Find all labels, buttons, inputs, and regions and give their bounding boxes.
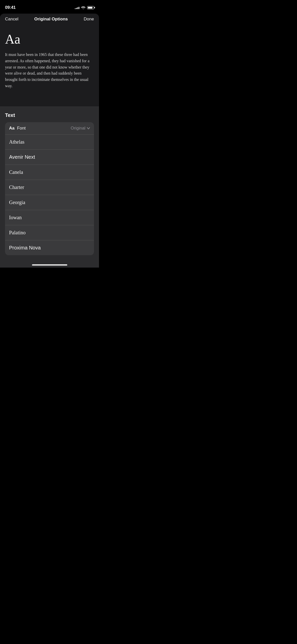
- font-list-item[interactable]: Georgia: [5, 195, 94, 210]
- home-indicator: [5, 261, 94, 268]
- font-list-container: Aa Font Original AthelasAvenir NextCanel…: [5, 122, 94, 255]
- font-list: AthelasAvenir NextCanelaCharterGeorgiaIo…: [5, 135, 94, 255]
- home-bar: [32, 264, 67, 266]
- font-item-name: Charter: [9, 184, 24, 190]
- font-header-aa: Aa: [9, 126, 15, 131]
- text-section-title: Text: [5, 112, 94, 118]
- status-icons: [75, 6, 94, 9]
- font-list-item[interactable]: Canela: [5, 165, 94, 180]
- font-list-item[interactable]: Avenir Next: [5, 150, 94, 165]
- font-item-name: Iowan: [9, 215, 22, 220]
- battery-icon: [87, 6, 94, 9]
- font-selector[interactable]: Original: [71, 126, 90, 131]
- preview-text: It must have been in 1965 that these thr…: [5, 52, 94, 89]
- font-item-name: Canela: [9, 169, 23, 175]
- current-font-label: Original: [71, 126, 85, 131]
- font-list-item[interactable]: Athelas: [5, 135, 94, 150]
- font-item-name: Avenir Next: [9, 154, 35, 160]
- battery-fill: [88, 7, 92, 9]
- signal-icon: [75, 6, 79, 9]
- font-list-item[interactable]: Charter: [5, 180, 94, 195]
- font-header-label: Font: [17, 126, 71, 131]
- nav-bar: Cancel Original Options Done: [0, 14, 99, 26]
- font-list-item[interactable]: Iowan: [5, 210, 94, 225]
- cancel-button[interactable]: Cancel: [5, 17, 18, 22]
- preview-area: Aa It must have been in 1965 that these …: [0, 26, 99, 106]
- chevron-down-icon: [87, 127, 90, 129]
- font-list-item[interactable]: Palatino: [5, 225, 94, 240]
- bottom-panel: Text Aa Font Original AthelasAvenir Next…: [0, 106, 99, 268]
- font-item-name: Georgia: [9, 200, 25, 205]
- status-time: 09:41: [5, 5, 16, 10]
- font-item-name: Proxima Nova: [9, 245, 41, 251]
- preview-aa-label: Aa: [5, 32, 94, 47]
- font-list-item[interactable]: Proxima Nova: [5, 240, 94, 255]
- font-item-name: Athelas: [9, 139, 24, 145]
- nav-title: Original Options: [34, 17, 68, 22]
- font-header-row[interactable]: Aa Font Original: [5, 122, 94, 135]
- font-item-name: Palatino: [9, 230, 26, 236]
- status-bar: 09:41: [0, 0, 99, 14]
- wifi-icon: [81, 6, 85, 9]
- done-button[interactable]: Done: [84, 17, 94, 22]
